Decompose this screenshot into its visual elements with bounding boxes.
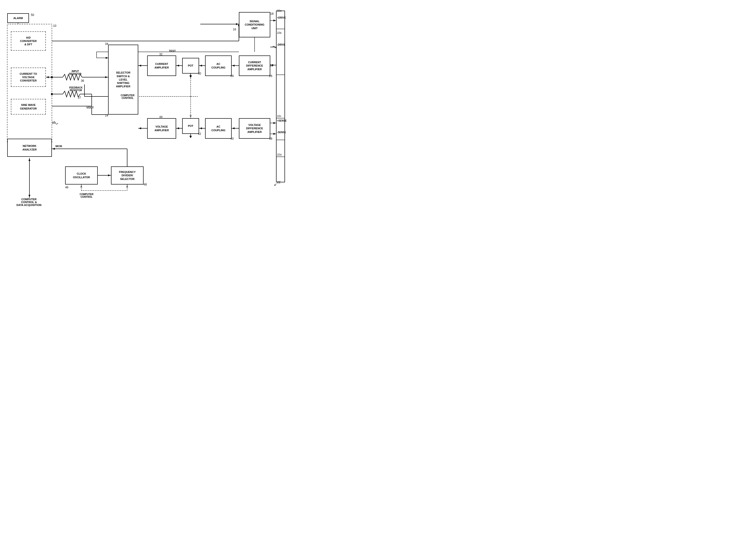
ref-34: 34 — [105, 42, 108, 46]
svg-marker-41 — [273, 133, 276, 135]
svg-marker-55 — [105, 76, 108, 78]
svg-marker-31 — [232, 127, 235, 129]
ref-16: 16 — [233, 28, 236, 31]
svg-marker-73 — [126, 185, 128, 187]
pot2-arrow — [188, 134, 193, 139]
ref-38: 38 — [269, 137, 272, 141]
signal-conditioning-block: SIGNALCONDITIONINGUNIT — [239, 12, 270, 37]
svg-marker-67 — [108, 174, 110, 176]
selector-switch-block: SELECTORSWITCH &LEVELSHIFTINGAMPLIFIER — [108, 45, 138, 115]
ref-22: 22 — [277, 180, 281, 184]
ref-20: 20 — [270, 64, 273, 67]
minus-drive-label: -DRIVE — [277, 43, 285, 46]
current-diff-amp-block: CURRENTDIFFERENCEAMPLIFIER — [239, 55, 270, 76]
svg-marker-39 — [273, 122, 276, 124]
svg-marker-35 — [177, 127, 179, 129]
svg-marker-47 — [46, 76, 49, 78]
current-amplifier-block: CURRENTAMPLIFIER — [147, 55, 176, 76]
computer-control-label: COMPUTERCONTROL — [121, 94, 135, 99]
ref-10: 10 — [53, 24, 56, 27]
vout-label: VOUT — [86, 106, 94, 109]
network-analyzer-block: NETWORKANALYZER — [7, 139, 52, 157]
test-label: TEST — [169, 49, 176, 52]
svg-marker-23 — [232, 65, 235, 66]
ref-36: 36 — [81, 79, 84, 82]
ref-22b: 22b — [277, 31, 281, 34]
current-voltage-block: CURRENT TOVOLTAGECONVERTER — [11, 67, 46, 87]
ref-28: 28 — [231, 74, 234, 78]
circuit-diagram: ALARM 50 10 A/DCONVERTER& DFT CURRENT TO… — [0, 0, 290, 212]
ref-50: 50 — [31, 13, 34, 17]
ac-coupling1-block: ACCOUPLING — [205, 55, 232, 76]
computer-control-acq-label: COMPUTERCONTROL &DATA ACQUISITION — [5, 198, 53, 207]
svg-marker-63 — [190, 115, 192, 118]
svg-marker-27 — [177, 65, 179, 66]
ref-22c: 22c — [277, 115, 281, 117]
svg-marker-79 — [236, 23, 238, 25]
ref-22d: 22d — [277, 153, 281, 156]
pot1-block: POT — [182, 58, 199, 73]
ref-42: 42 — [198, 132, 201, 135]
ref-30: 30 — [198, 72, 201, 75]
minus-sense-label: -SENSE — [277, 131, 286, 133]
voltage-diff-amp-block: VOLTAGEDIFFERENCEAMPLIFIER — [239, 118, 270, 139]
svg-marker-65 — [52, 148, 55, 150]
ref-12: 12 — [52, 121, 55, 124]
ref-46: 46 — [65, 186, 68, 189]
svg-marker-25 — [200, 65, 202, 66]
ref-37: 37 — [78, 96, 81, 99]
svg-marker-29 — [139, 65, 141, 66]
ref-32: 32 — [159, 53, 162, 56]
freq-divider-block: FREQUENCYDIVIDER/SELECTOR — [111, 166, 144, 184]
svg-marker-15 — [106, 57, 108, 59]
voltage-amplifier-block: VOLTAGEAMPLIFIER — [147, 118, 176, 139]
svg-marker-77 — [29, 195, 31, 197]
clock-oscillator-block: CLOCKOSCILLATOR — [65, 166, 98, 184]
svg-point-48 — [51, 76, 53, 78]
ref-22-arrow: ↙ — [274, 182, 277, 187]
ref-26: 26 — [269, 74, 272, 78]
ref-40: 40 — [231, 137, 234, 141]
svg-rect-1 — [276, 11, 285, 182]
plus-sense-label: +SENSE — [277, 119, 287, 122]
sine-wave-block: SINE WAVEGENERATOR — [11, 99, 46, 115]
svg-marker-33 — [200, 127, 202, 129]
ref-22a: 22a — [277, 9, 281, 12]
svg-marker-17 — [273, 19, 276, 21]
alarm-block: ALARM — [7, 13, 29, 23]
feedback-resistor-label: FEEDBACKRESISTOR — [63, 86, 89, 92]
ref-18: 18 — [270, 12, 273, 15]
svg-point-51 — [51, 93, 53, 95]
pot1-arrow — [188, 73, 193, 78]
svg-marker-74 — [80, 185, 82, 187]
ac-coupling2-block: ACCOUPLING — [205, 118, 232, 139]
mcik-label: MCIK — [55, 145, 62, 148]
ref-14: 14 — [105, 114, 108, 117]
ad-converter-block: A/DCONVERTER& DFT — [11, 31, 46, 51]
svg-marker-87 — [190, 136, 192, 138]
svg-marker-37 — [139, 127, 141, 129]
svg-marker-85 — [190, 75, 192, 78]
pot2-block: POT — [182, 118, 199, 134]
svg-marker-76 — [29, 159, 31, 161]
ref-44: 44 — [159, 115, 162, 119]
ref-48: 48 — [144, 183, 147, 186]
plus-drive-label: +DRIVE — [277, 16, 286, 19]
input-resistor-label: INPUTRESISTOR — [63, 70, 87, 75]
computer-control-bottom-label: COMPUTERCONTROL — [80, 193, 93, 198]
